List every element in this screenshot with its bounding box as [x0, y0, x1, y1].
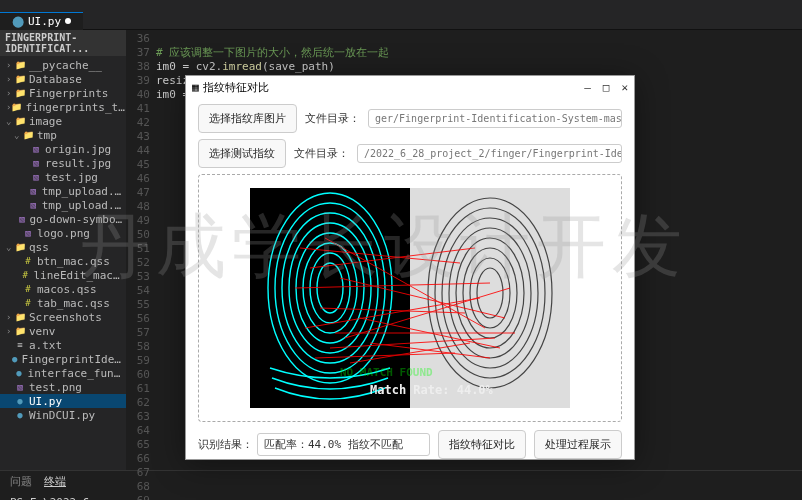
- file-icon: ●: [11, 354, 19, 364]
- compare-button[interactable]: 指纹特征对比: [438, 430, 526, 459]
- match-rate-text: Match Rate: 44.0%: [370, 383, 493, 397]
- file-icon: 📁: [22, 130, 34, 140]
- maximize-button[interactable]: □: [603, 81, 610, 94]
- tree-item[interactable]: ●UI.py: [0, 394, 126, 408]
- file-icon: 📁: [14, 242, 26, 252]
- file-icon: ▧: [28, 186, 39, 196]
- svg-line-19: [320, 308, 465, 313]
- svg-line-25: [325, 238, 485, 328]
- file-icon: ●: [14, 410, 26, 420]
- tree-item[interactable]: ▧test.png: [0, 380, 126, 394]
- tab-terminal[interactable]: 终端: [44, 474, 66, 489]
- select-library-button[interactable]: 选择指纹库图片: [198, 104, 297, 133]
- file-icon: #: [20, 270, 30, 280]
- close-button[interactable]: ✕: [621, 81, 628, 94]
- file-icon: 📁: [14, 312, 26, 322]
- tree-item[interactable]: ●FingerprintIdentificat...: [0, 352, 126, 366]
- file-icon: 📁: [11, 102, 22, 112]
- file-icon: 📁: [14, 116, 26, 126]
- tree-item[interactable]: ›📁Fingerprints: [0, 86, 126, 100]
- svg-line-21: [330, 338, 495, 348]
- tree-item[interactable]: ⌄📁image: [0, 114, 126, 128]
- tree-item[interactable]: ▧tmp_upload.tif: [0, 198, 126, 212]
- terminal-tabs: 问题 终端: [0, 470, 802, 492]
- tree-item[interactable]: ●interface_fun.py: [0, 366, 126, 380]
- explorer-sidebar: FINGERPRINT-IDENTIFICAT... ›📁__pycache__…: [0, 30, 126, 470]
- file-icon: ▧: [22, 228, 34, 238]
- file-icon: 📁: [14, 88, 26, 98]
- process-button[interactable]: 处理过程展示: [534, 430, 622, 459]
- dialog-titlebar[interactable]: ▦ 指纹特征对比 — □ ✕: [186, 76, 634, 98]
- tree-item[interactable]: ⌄📁qss: [0, 240, 126, 254]
- tree-item[interactable]: ▧test.jpg: [0, 170, 126, 184]
- file-icon: #: [22, 256, 34, 266]
- library-path-input[interactable]: ger/Fingerprint-Identification-System-ma…: [368, 109, 622, 128]
- app-icon: ▦: [192, 81, 199, 94]
- tree-item[interactable]: ›📁Screenshots: [0, 310, 126, 324]
- tab-problems[interactable]: 问题: [10, 474, 32, 489]
- file-icon: ▧: [28, 200, 39, 210]
- fingerprint-dialog: ▦ 指纹特征对比 — □ ✕ 选择指纹库图片 文件目录： ger/Fingerp…: [185, 75, 635, 460]
- file-icon: ≡: [14, 340, 26, 350]
- svg-line-16: [300, 248, 460, 263]
- match-status-text: NO MATCH FOUND: [340, 366, 433, 379]
- tree-item[interactable]: ›📁fingerprints_test_sample: [0, 100, 126, 114]
- test-path-input[interactable]: /2022_6_28_project_2/finger/Fingerprint-…: [357, 144, 622, 163]
- tab-ui-py[interactable]: ⬤ UI.py: [0, 12, 83, 30]
- file-icon: ▧: [30, 144, 42, 154]
- tree-item[interactable]: ●WinDCUI.py: [0, 408, 126, 422]
- file-tree: ›📁__pycache__›📁Database›📁Fingerprints›📁f…: [0, 56, 126, 424]
- minimize-button[interactable]: —: [584, 81, 591, 94]
- tree-item[interactable]: #macos.qss: [0, 282, 126, 296]
- tree-item[interactable]: #tab_mac.qss: [0, 296, 126, 310]
- tree-item[interactable]: ▧tmp_upload.png: [0, 184, 126, 198]
- file-dir-label: 文件目录：: [305, 111, 360, 126]
- file-icon: ▧: [14, 382, 26, 392]
- select-test-button[interactable]: 选择测试指纹: [198, 139, 286, 168]
- tree-item[interactable]: ▧result.jpg: [0, 156, 126, 170]
- top-menubar: [0, 0, 802, 12]
- explorer-header[interactable]: FINGERPRINT-IDENTIFICAT...: [0, 30, 126, 56]
- dirty-dot-icon: [65, 18, 71, 24]
- tree-item[interactable]: ▧origin.jpg: [0, 142, 126, 156]
- dialog-title: 指纹特征对比: [203, 80, 269, 95]
- tree-item[interactable]: #btn_mac.qss: [0, 254, 126, 268]
- file-icon: 📁: [14, 60, 26, 70]
- python-icon: ⬤: [12, 15, 24, 28]
- tree-item[interactable]: ≡a.txt: [0, 338, 126, 352]
- tree-item[interactable]: ›📁__pycache__: [0, 58, 126, 72]
- tree-item[interactable]: ▧logo.png: [0, 226, 126, 240]
- file-icon: ●: [13, 368, 24, 378]
- editor-tabs: ⬤ UI.py: [0, 12, 802, 30]
- tree-item[interactable]: ▧go-down-symbolic.png: [0, 212, 126, 226]
- result-value: 匹配率：44.0% 指纹不匹配: [257, 433, 430, 456]
- file-icon: ▧: [18, 214, 27, 224]
- tree-item[interactable]: ›📁Database: [0, 72, 126, 86]
- file-icon: #: [22, 298, 34, 308]
- tree-item[interactable]: #lineEdit_mac.qss: [0, 268, 126, 282]
- file-icon: #: [22, 284, 34, 294]
- result-label: 识别结果：: [198, 437, 253, 452]
- file-dir-label: 文件目录：: [294, 146, 349, 161]
- file-icon: ●: [14, 396, 26, 406]
- terminal-panel[interactable]: PS F:\2022_6 QCoreApplication::exec: The…: [0, 492, 802, 500]
- line-gutter: 36 37 38 39 40 41 42 43 44 45 46 47 48 4…: [126, 30, 156, 470]
- tree-item[interactable]: ⌄📁tmp: [0, 128, 126, 142]
- file-icon: 📁: [14, 74, 26, 84]
- file-icon: ▧: [30, 172, 42, 182]
- fingerprint-image-panel: NO MATCH FOUND Match Rate: 44.0%: [198, 174, 622, 422]
- tab-label: UI.py: [28, 15, 61, 28]
- tree-item[interactable]: ›📁venv: [0, 324, 126, 338]
- file-icon: 📁: [14, 326, 26, 336]
- file-icon: ▧: [30, 158, 42, 168]
- svg-line-18: [295, 283, 490, 288]
